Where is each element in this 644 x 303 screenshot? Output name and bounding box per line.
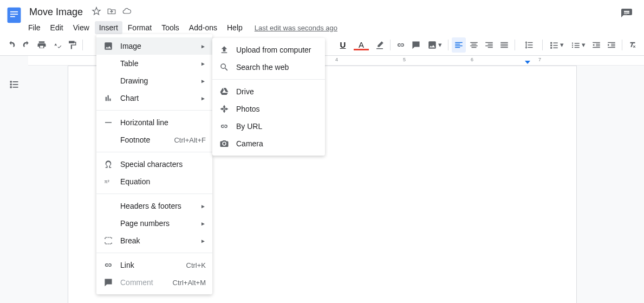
image-search-the-web[interactable]: Search the web xyxy=(212,59,325,76)
menu-edit[interactable]: Edit xyxy=(46,21,68,34)
align-right-button[interactable] xyxy=(482,37,496,53)
image-drive[interactable]: Drive xyxy=(212,83,325,100)
menu-insert[interactable]: Insert xyxy=(95,21,122,34)
document-outline-button[interactable] xyxy=(0,56,28,303)
menu-separator xyxy=(96,194,212,194)
menu-item-label: Photos xyxy=(236,105,318,113)
ruler-tick: 4 xyxy=(335,57,338,62)
menu-item-label: Camera xyxy=(236,139,318,148)
svg-rect-2 xyxy=(10,14,18,15)
increase-indent-button[interactable] xyxy=(604,37,619,53)
ruler-tick: 6 xyxy=(471,57,473,62)
menu-item-label: Table xyxy=(120,59,196,68)
equation-icon: π² xyxy=(103,177,114,186)
title-area: Move Image FileEditViewInsertFormatTools… xyxy=(24,4,620,34)
menu-format[interactable]: Format xyxy=(123,21,156,34)
document-title[interactable]: Move Image xyxy=(26,5,86,19)
menu-separator xyxy=(96,253,212,253)
submenu-arrow-icon: ► xyxy=(200,221,206,227)
menu-view[interactable]: View xyxy=(69,21,94,34)
align-left-button[interactable] xyxy=(452,37,466,53)
docs-logo-icon[interactable] xyxy=(4,4,24,30)
spellcheck-button[interactable] xyxy=(50,37,64,53)
menu-item-label: Page numbers xyxy=(120,219,196,228)
star-icon[interactable] xyxy=(92,7,101,18)
image-upload-from-computer[interactable]: Upload from computer xyxy=(212,41,325,59)
insert-equation[interactable]: π²Equation xyxy=(96,173,212,190)
text-color-button[interactable]: A xyxy=(351,37,372,53)
paint-format-button[interactable] xyxy=(65,37,79,53)
menu-tools[interactable]: Tools xyxy=(157,21,184,34)
align-center-button[interactable] xyxy=(467,37,481,53)
image-photos[interactable]: Photos xyxy=(212,100,325,118)
menu-bar: FileEditViewInsertFormatToolsAdd-onsHelp… xyxy=(24,21,620,34)
print-button[interactable] xyxy=(35,37,49,53)
toolbar-separator xyxy=(622,40,622,50)
menu-item-label: Horizontal line xyxy=(120,118,206,127)
line-spacing-button[interactable] xyxy=(518,37,539,53)
insert-chart[interactable]: Chart► xyxy=(96,89,212,107)
toolbar-separator xyxy=(82,40,83,50)
search-icon xyxy=(219,62,230,72)
svg-rect-1 xyxy=(10,11,18,12)
break-icon xyxy=(103,236,114,246)
insert-image[interactable]: Image► xyxy=(96,37,212,55)
svg-text:π²: π² xyxy=(105,179,109,184)
insert-link-button[interactable] xyxy=(394,37,408,53)
insert-comment: CommentCtrl+Alt+M xyxy=(96,274,212,291)
svg-rect-3 xyxy=(10,16,15,17)
insert-footnote[interactable]: FootnoteCtrl+Alt+F xyxy=(96,131,212,149)
submenu-arrow-icon: ► xyxy=(200,238,206,244)
menu-help[interactable]: Help xyxy=(223,21,247,34)
insert-page-numbers[interactable]: Page numbers► xyxy=(96,215,212,232)
camera-icon xyxy=(219,139,230,149)
image-by-url[interactable]: By URL xyxy=(212,118,325,135)
comments-button[interactable] xyxy=(620,8,633,22)
title-row: Move Image xyxy=(24,4,620,21)
menu-add-ons[interactable]: Add-ons xyxy=(185,21,222,34)
insert-horizontal-line[interactable]: Horizontal line xyxy=(96,114,212,131)
decrease-indent-button[interactable] xyxy=(589,37,603,53)
last-edit-link[interactable]: Last edit was seconds ago xyxy=(255,24,337,32)
align-justify-button[interactable] xyxy=(497,37,511,53)
menu-item-label: Chart xyxy=(120,94,196,102)
menu-item-label: Search the web xyxy=(236,63,318,72)
bulleted-list-button[interactable]: ▾ xyxy=(568,37,588,53)
menu-item-label: Equation xyxy=(120,177,206,186)
insert-link[interactable]: LinkCtrl+K xyxy=(96,256,212,274)
insert-table[interactable]: Table► xyxy=(96,55,212,72)
special-icon xyxy=(103,159,114,169)
move-icon[interactable] xyxy=(107,7,116,18)
image-camera[interactable]: Camera xyxy=(212,135,325,152)
underline-button[interactable]: U xyxy=(336,37,350,53)
add-comment-button[interactable] xyxy=(409,37,423,53)
toolbar-separator xyxy=(542,40,543,50)
insert-special-characters[interactable]: Special characters xyxy=(96,156,212,173)
insert-break[interactable]: Break► xyxy=(96,232,212,249)
menu-shortcut: Ctrl+Alt+M xyxy=(173,279,206,287)
menu-separator xyxy=(96,152,212,152)
submenu-arrow-icon: ► xyxy=(200,43,206,49)
insert-image-button[interactable]: ▾ xyxy=(424,37,445,53)
comment-icon xyxy=(103,278,114,287)
menu-item-label: Drive xyxy=(236,87,318,96)
undo-button[interactable] xyxy=(4,37,18,53)
header: Move Image FileEditViewInsertFormatTools… xyxy=(0,0,644,34)
redo-button[interactable] xyxy=(19,37,34,53)
checklist-button[interactable]: ▾ xyxy=(546,37,567,53)
submenu-arrow-icon: ► xyxy=(200,78,206,84)
url-icon xyxy=(219,121,230,131)
svg-rect-0 xyxy=(8,8,21,23)
insert-drawing[interactable]: Drawing► xyxy=(96,72,212,89)
clear-formatting-button[interactable] xyxy=(626,37,640,53)
highlight-button[interactable] xyxy=(373,37,387,53)
menu-item-label: Image xyxy=(120,42,196,50)
menu-file[interactable]: File xyxy=(24,21,45,34)
drive-icon xyxy=(219,87,230,96)
menu-shortcut: Ctrl+K xyxy=(186,261,206,269)
insert-headers-footers[interactable]: Headers & footers► xyxy=(96,197,212,215)
menu-shortcut: Ctrl+Alt+F xyxy=(174,136,206,144)
cloud-icon[interactable] xyxy=(122,7,132,18)
submenu-arrow-icon: ► xyxy=(200,95,206,101)
toolbar-separator xyxy=(448,40,448,50)
